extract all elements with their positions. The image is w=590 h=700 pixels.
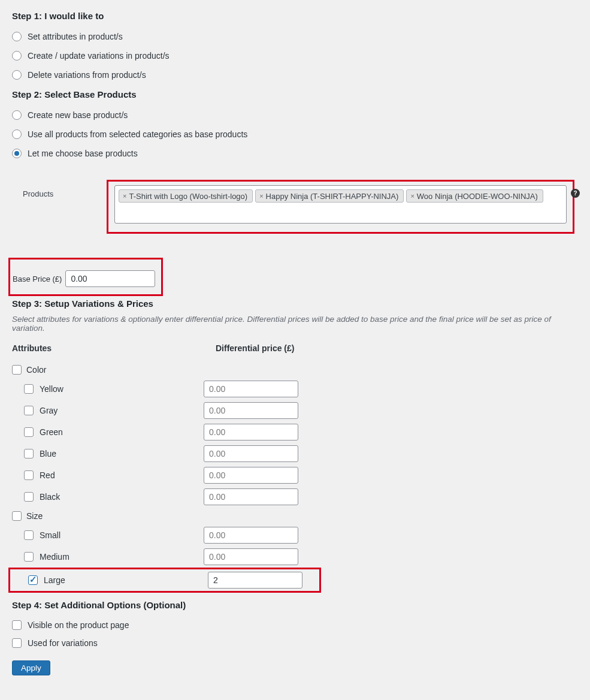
checkbox-size-group[interactable]	[12, 511, 22, 521]
label-small[interactable]: Small	[40, 530, 60, 540]
checkbox-gray[interactable]	[24, 406, 34, 415]
remove-tag-icon[interactable]: ×	[410, 192, 414, 200]
step3-title: Step 3: Setup Variations & Prices	[12, 298, 578, 309]
product-tag-label: T-Shirt with Logo (Woo-tshirt-logo)	[129, 192, 247, 201]
checkbox-blue[interactable]	[24, 449, 34, 458]
checkbox-small[interactable]	[24, 530, 34, 540]
radio-create-base[interactable]	[12, 110, 22, 120]
product-tag-label: Woo Ninja (HOODIE-WOO-NINJA)	[417, 192, 538, 201]
products-selector-highlight: × T-Shirt with Logo (Woo-tshirt-logo) × …	[107, 180, 574, 234]
step2-title: Step 2: Select Base Products	[12, 89, 578, 99]
base-price-label: Base Price (£)	[10, 274, 62, 283]
base-price-highlight: Base Price (£)	[8, 258, 163, 296]
label-set-attributes[interactable]: Set attributes in product/s	[28, 32, 123, 41]
radio-set-attributes[interactable]	[12, 32, 22, 41]
price-red[interactable]	[204, 467, 298, 484]
label-gray[interactable]: Gray	[40, 406, 58, 415]
checkbox-green[interactable]	[24, 427, 34, 437]
step1-options: Set attributes in product/s Create / upd…	[12, 27, 578, 85]
price-large[interactable]	[208, 572, 302, 589]
radio-create-variations[interactable]	[12, 51, 22, 61]
step3-hint: Select attributes for variations & optio…	[12, 315, 578, 333]
label-create-variations[interactable]: Create / update variations in product/s	[28, 51, 170, 61]
col-attributes: Attributes	[12, 343, 216, 353]
product-tag-label: Happy Ninja (T-SHIRT-HAPPY-NINJA)	[266, 192, 399, 201]
label-size-group[interactable]: Size	[26, 511, 43, 521]
step2-options: Create new base product/s Use all produc…	[12, 105, 578, 163]
col-diff-price: Differential price (£)	[216, 343, 578, 353]
label-used-variations[interactable]: Used for variations	[28, 638, 98, 648]
checkbox-visible[interactable]	[12, 620, 22, 630]
label-large[interactable]: Large	[44, 575, 65, 585]
label-create-base[interactable]: Create new base product/s	[28, 110, 128, 120]
step4-title: Step 4: Set Additional Options (Optional…	[12, 600, 578, 610]
product-tag: × Woo Ninja (HOODIE-WOO-NINJA)	[406, 189, 543, 203]
label-red[interactable]: Red	[40, 470, 55, 480]
label-choose-base[interactable]: Let me choose base products	[28, 149, 138, 158]
step1-title: Step 1: I would like to	[12, 11, 578, 21]
attributes-header: Attributes Differential price (£)	[12, 343, 578, 353]
base-price-input[interactable]	[65, 270, 155, 287]
checkbox-color-group[interactable]	[12, 365, 22, 375]
price-black[interactable]	[204, 488, 298, 505]
checkbox-medium[interactable]	[24, 552, 34, 562]
checkbox-used-variations[interactable]	[12, 638, 22, 648]
price-yellow[interactable]	[204, 381, 298, 397]
label-blue[interactable]: Blue	[40, 449, 56, 458]
remove-tag-icon[interactable]: ×	[259, 192, 263, 200]
label-medium[interactable]: Medium	[40, 552, 69, 562]
large-row-highlight: Large	[8, 568, 321, 593]
price-blue[interactable]	[204, 445, 298, 462]
price-medium[interactable]	[204, 548, 298, 565]
product-tag: × T-Shirt with Logo (Woo-tshirt-logo)	[119, 189, 253, 203]
radio-use-all[interactable]	[12, 129, 22, 139]
price-small[interactable]	[204, 527, 298, 544]
label-yellow[interactable]: Yellow	[40, 384, 63, 394]
products-label: Products	[23, 181, 113, 198]
price-green[interactable]	[204, 424, 298, 440]
radio-delete-variations[interactable]	[12, 70, 22, 80]
product-tag: × Happy Ninja (T-SHIRT-HAPPY-NINJA)	[255, 189, 404, 203]
label-delete-variations[interactable]: Delete variations from product/s	[28, 70, 146, 80]
remove-tag-icon[interactable]: ×	[123, 192, 126, 200]
price-gray[interactable]	[204, 402, 298, 419]
checkbox-black[interactable]	[24, 492, 34, 502]
checkbox-large[interactable]	[28, 575, 38, 585]
checkbox-yellow[interactable]	[24, 384, 34, 394]
label-color-group[interactable]: Color	[26, 365, 46, 375]
label-use-all[interactable]: Use all products from selected categorie…	[28, 129, 247, 139]
help-icon[interactable]: ?	[571, 189, 580, 198]
apply-button[interactable]: Apply	[12, 660, 50, 675]
radio-choose-base[interactable]	[12, 149, 22, 158]
label-black[interactable]: Black	[40, 492, 60, 502]
products-multiselect[interactable]: × T-Shirt with Logo (Woo-tshirt-logo) × …	[114, 185, 567, 224]
label-green[interactable]: Green	[40, 427, 63, 437]
label-visible[interactable]: Visible on the product page	[28, 620, 129, 630]
checkbox-red[interactable]	[24, 470, 34, 480]
